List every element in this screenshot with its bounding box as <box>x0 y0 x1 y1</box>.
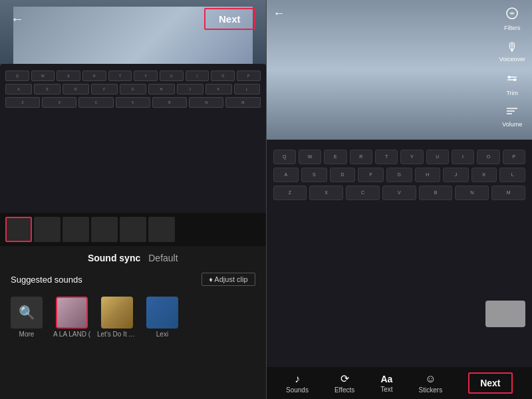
right-video: Q W E R T Y U I O P A S D <box>267 0 533 367</box>
sounds-icon: ♪ <box>295 373 300 385</box>
key: B <box>152 97 187 108</box>
sound-sync-label: Sound sync <box>88 253 140 263</box>
film-thumb-active <box>5 217 32 242</box>
right-key: U <box>426 150 449 164</box>
key: E <box>57 70 80 81</box>
right-panel: Q W E R T Y U I O P A S D <box>267 0 533 399</box>
right-key: R <box>350 150 372 164</box>
sound-sync-row: Sound sync Default <box>0 246 266 270</box>
right-key: A <box>273 168 299 182</box>
film-thumb <box>91 217 118 242</box>
right-key: Z <box>273 186 307 200</box>
svg-point-3 <box>508 76 511 78</box>
key: U <box>160 70 184 81</box>
effects-label: Effects <box>334 386 354 394</box>
key-row-3: Z X C V B N M <box>5 97 261 108</box>
key: V <box>116 97 150 108</box>
right-key: X <box>309 186 343 200</box>
suggested-sounds-row: Suggested sounds ♦ Adjust clip <box>0 270 266 291</box>
next-button-left[interactable]: Next <box>204 8 255 30</box>
key: N <box>189 97 223 108</box>
right-keyboard-bg: Q W E R T Y U I O P A S D <box>267 140 533 367</box>
trim-label: Trim <box>506 90 518 96</box>
right-key: G <box>386 168 412 182</box>
key: X <box>42 97 76 108</box>
right-key: H <box>415 168 441 182</box>
voiceover-label: Voiceover <box>499 56 525 63</box>
music-item-more[interactable]: 🔍 More <box>7 297 47 338</box>
right-sidebar: Filters 🎙 Voiceover Trim <box>499 7 525 128</box>
volume-icon <box>505 106 519 120</box>
right-key: C <box>346 186 380 200</box>
key: G <box>120 84 146 94</box>
key: C <box>78 97 113 108</box>
right-key: Y <box>400 150 423 164</box>
key: I <box>186 70 209 81</box>
right-key-row-1: Q W E R T Y U I O P <box>273 150 526 164</box>
right-key-row-2: A S D F G H J K L <box>273 168 526 182</box>
right-key: Q <box>273 150 296 164</box>
key-row-1: Q W E R T Y U I O P <box>5 70 261 81</box>
stickers-label: Stickers <box>419 386 443 394</box>
sidebar-volume[interactable]: Volume <box>502 106 522 128</box>
bottom-card <box>485 301 525 327</box>
key: J <box>177 84 203 94</box>
music-item-alaland[interactable]: A LA LAND ( <box>52 297 92 338</box>
right-keyboard-sim: Q W E R T Y U I O P A S D <box>267 0 533 367</box>
volume-label: Volume <box>502 121 522 128</box>
bottom-sounds[interactable]: ♪ Sounds <box>286 373 309 394</box>
right-key: V <box>382 186 416 200</box>
letsdoit-label: Let's Do It Ag... <box>97 331 137 338</box>
letsdoit-thumb <box>101 297 133 329</box>
key: L <box>234 84 261 94</box>
key: P <box>237 70 261 81</box>
film-thumb <box>34 217 61 242</box>
voiceover-icon: 🎙 <box>506 41 518 55</box>
key: W <box>31 70 55 81</box>
next-button-right[interactable]: Next <box>468 372 512 394</box>
right-key: S <box>301 168 327 182</box>
adjust-clip-button[interactable]: ♦ Adjust clip <box>201 273 255 286</box>
effects-icon: ⟳ <box>340 372 349 385</box>
stickers-icon: ☺ <box>425 373 436 385</box>
bottom-effects[interactable]: ⟳ Effects <box>334 372 354 394</box>
sidebar-voiceover[interactable]: 🎙 Voiceover <box>499 41 525 63</box>
left-panel: ← Next Q W E R T Y U I O <box>0 0 266 399</box>
sidebar-trim[interactable]: Trim <box>505 72 519 96</box>
filters-label: Filters <box>504 25 521 31</box>
back-arrow-left[interactable]: ← <box>11 11 24 27</box>
bottom-text[interactable]: Aa Text <box>380 374 392 393</box>
right-key: O <box>477 150 499 164</box>
key: D <box>63 84 89 94</box>
right-key: I <box>452 150 474 164</box>
right-key-row-3: Z X C V B N M <box>273 186 526 200</box>
svg-point-4 <box>513 78 516 81</box>
right-key: K <box>471 168 497 182</box>
right-key: P <box>503 150 525 164</box>
suggested-sounds-text: Suggested sounds <box>11 275 82 285</box>
text-icon: Aa <box>380 374 392 384</box>
keyboard-inner-left: Q W E R T Y U I O P A S D <box>0 64 266 213</box>
music-bottom-bar: 🔍 More A LA LAND ( Let's Do It Ag... Lex… <box>0 291 266 343</box>
key: M <box>225 97 260 108</box>
right-key: E <box>324 150 346 164</box>
right-key-rows: Q W E R T Y U I O P A S D <box>267 140 533 203</box>
key-row-2: A S D F G H J K L <box>5 84 261 94</box>
music-item-lexi[interactable]: Lexi <box>142 297 182 338</box>
right-key: B <box>419 186 453 200</box>
filmstrip <box>0 213 266 246</box>
key: O <box>211 70 235 81</box>
left-header: ← Next <box>0 0 266 38</box>
trim-icon <box>505 72 519 88</box>
film-thumb <box>148 217 175 242</box>
bottom-stickers[interactable]: ☺ Stickers <box>419 373 443 394</box>
right-key: F <box>358 168 384 182</box>
music-item-letsdoit[interactable]: Let's Do It Ag... <box>97 297 137 338</box>
key: Y <box>134 70 158 81</box>
alaland-thumb <box>56 297 88 329</box>
lexi-thumb <box>146 297 178 329</box>
back-arrow-right[interactable]: ← <box>273 7 285 21</box>
sidebar-filters[interactable]: Filters <box>504 7 521 31</box>
key: S <box>34 84 61 94</box>
key: Q <box>5 70 29 81</box>
